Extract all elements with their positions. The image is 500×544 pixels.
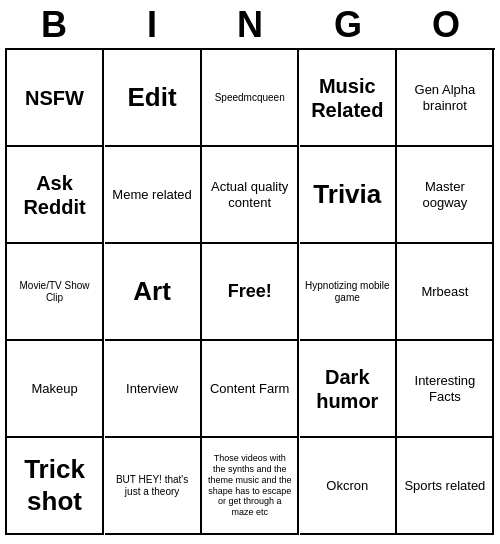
- cell-r3-c0: Makeup: [7, 341, 104, 438]
- cell-r1-c2: Actual quality content: [202, 147, 299, 244]
- letter-i: I: [107, 4, 197, 46]
- cell-r4-c2: Those videos with the synths and the the…: [202, 438, 299, 535]
- cell-r0-c3: Music Related: [300, 50, 397, 147]
- cell-r2-c0: Movie/TV Show Clip: [7, 244, 104, 341]
- cell-r2-c3: Hypnotizing mobile game: [300, 244, 397, 341]
- cell-r2-c1: Art: [105, 244, 202, 341]
- cell-r4-c4: Sports related: [397, 438, 494, 535]
- letter-b: B: [9, 4, 99, 46]
- cell-r3-c3: Dark humor: [300, 341, 397, 438]
- cell-r0-c0: NSFW: [7, 50, 104, 147]
- cell-r1-c0: Ask Reddit: [7, 147, 104, 244]
- cell-r1-c1: Meme related: [105, 147, 202, 244]
- cell-r3-c2: Content Farm: [202, 341, 299, 438]
- letter-n: N: [205, 4, 295, 46]
- cell-r1-c4: Master oogway: [397, 147, 494, 244]
- cell-r4-c3: Okcron: [300, 438, 397, 535]
- letter-o: O: [401, 4, 491, 46]
- letter-g: G: [303, 4, 393, 46]
- cell-r0-c4: Gen Alpha brainrot: [397, 50, 494, 147]
- cell-r1-c3: Trivia: [300, 147, 397, 244]
- cell-r0-c2: Speedmcqueen: [202, 50, 299, 147]
- bingo-grid: NSFWEditSpeedmcqueenMusic RelatedGen Alp…: [5, 48, 495, 535]
- cell-r0-c1: Edit: [105, 50, 202, 147]
- bingo-card: B I N G O NSFWEditSpeedmcqueenMusic Rela…: [5, 4, 495, 535]
- cell-r3-c4: Interesting Facts: [397, 341, 494, 438]
- cell-r4-c0: Trick shot: [7, 438, 104, 535]
- cell-r2-c2: Free!: [202, 244, 299, 341]
- cell-r4-c1: BUT HEY! that's just a theory: [105, 438, 202, 535]
- cell-r3-c1: Interview: [105, 341, 202, 438]
- bingo-title: B I N G O: [5, 4, 495, 46]
- cell-r2-c4: Mrbeast: [397, 244, 494, 341]
